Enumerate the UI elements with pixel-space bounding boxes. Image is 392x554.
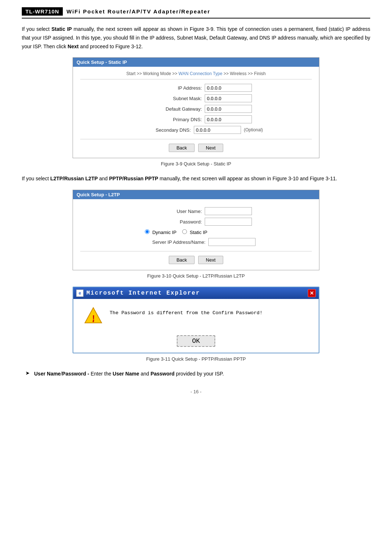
ie-ok-row: OK <box>73 332 319 353</box>
static-ip-option[interactable]: Static IP <box>182 229 207 235</box>
ie-ok-button[interactable]: OK <box>177 335 215 347</box>
ie-message-text: The Password is different from the Confi… <box>110 306 262 317</box>
server-ip-input[interactable] <box>208 238 256 246</box>
ie-app-icon: e <box>76 290 83 297</box>
default-gateway-input[interactable] <box>205 105 252 113</box>
subnet-mask-input[interactable] <box>205 94 252 102</box>
primary-dns-label: Primary DNS: <box>140 117 202 122</box>
server-ip-row: Server IP Address/Name: <box>80 238 312 246</box>
default-gateway-label: Default Gateway: <box>140 106 202 112</box>
optional-label: (Optional) <box>244 127 263 132</box>
page-number: - 16 - <box>22 389 370 394</box>
svg-point-2 <box>93 321 94 322</box>
bullet-text: User Name/Password - Enter the User Name… <box>34 370 224 378</box>
dynamic-ip-label: Dynamic IP <box>152 230 176 235</box>
password-row: Password: <box>80 218 312 226</box>
ie-titlebar: e Microsoft Internet Explorer ✕ <box>73 287 319 299</box>
primary-dns-row: Primary DNS: <box>80 115 312 123</box>
intro-paragraph: If you select Static IP manually, the ne… <box>22 25 370 51</box>
ip-address-input[interactable] <box>205 84 252 92</box>
secondary-dns-input[interactable] <box>194 126 241 134</box>
static-ip-radio[interactable] <box>182 229 187 234</box>
ie-warning-icon: ! <box>84 306 102 324</box>
l2tp-caption: Figure 3-10 Quick Setup - L2TP/Russian L… <box>22 273 370 279</box>
password-input[interactable] <box>205 218 252 226</box>
static-ip-buttons: Back Next <box>80 139 312 152</box>
bullet-item-username: ➤ User Name/Password - Enter the User Na… <box>25 370 370 378</box>
dynamic-ip-option[interactable]: Dynamic IP <box>145 229 176 235</box>
ip-address-row: IP Address: <box>80 84 312 92</box>
server-ip-label: Server IP Address/Name: <box>136 239 205 245</box>
dynamic-ip-radio[interactable] <box>145 229 150 234</box>
model-label: TL-WR710N <box>22 7 63 16</box>
ip-type-radio-row: Dynamic IP Static IP <box>145 229 312 235</box>
l2tp-buttons: Back Next <box>80 251 312 264</box>
bullet-arrow-icon: ➤ <box>25 370 30 376</box>
subnet-mask-row: Subnet Mask: <box>80 94 312 102</box>
username-label: User Name: <box>140 209 202 214</box>
ie-close-button[interactable]: ✕ <box>308 289 316 297</box>
l2tp-next-button[interactable]: Next <box>198 256 223 264</box>
breadcrumb: Start >> Working Mode >> WAN Connection … <box>80 71 312 79</box>
password-label: Password: <box>140 219 202 225</box>
static-ip-figure: Quick Setup - Static IP Start >> Working… <box>73 57 319 158</box>
subnet-mask-label: Subnet Mask: <box>140 96 202 101</box>
l2tp-title: Quick Setup - L2TP <box>73 190 319 199</box>
primary-dns-input[interactable] <box>205 115 252 123</box>
bullet-section: ➤ User Name/Password - Enter the User Na… <box>22 370 370 378</box>
product-description: WiFi Pocket Router/AP/TV Adapter/Repeate… <box>66 8 210 15</box>
page-header: TL-WR710N WiFi Pocket Router/AP/TV Adapt… <box>22 7 370 19</box>
l2tp-back-button[interactable]: Back <box>169 256 195 264</box>
l2tp-intro-paragraph: If you select L2TP/Russian L2TP and PPTP… <box>22 175 370 183</box>
ie-title-text: Microsoft Internet Explorer <box>86 290 200 296</box>
static-ip-next-button[interactable]: Next <box>198 144 223 152</box>
static-ip-back-button[interactable]: Back <box>169 144 195 152</box>
username-input[interactable] <box>205 207 252 215</box>
l2tp-figure: Quick Setup - L2TP User Name: Password: … <box>73 190 319 270</box>
static-ip-label: Static IP <box>190 230 207 235</box>
static-ip-caption: Figure 3-9 Quick Setup - Static IP <box>22 161 370 167</box>
ip-address-label: IP Address: <box>140 85 202 91</box>
secondary-dns-row: Secondary DNS: (Optional) <box>80 126 312 134</box>
ie-title-left: e Microsoft Internet Explorer <box>76 290 200 297</box>
ie-dialog-caption: Figure 3-11 Quick Setup - PPTP/Russian P… <box>22 356 370 362</box>
ie-dialog: e Microsoft Internet Explorer ✕ ! The Pa… <box>73 287 319 353</box>
username-row: User Name: <box>80 207 312 215</box>
default-gateway-row: Default Gateway: <box>80 105 312 113</box>
ie-body: ! The Password is different from the Con… <box>73 299 319 332</box>
secondary-dns-label: Secondary DNS: <box>129 127 191 133</box>
static-ip-title: Quick Setup - Static IP <box>73 58 319 67</box>
